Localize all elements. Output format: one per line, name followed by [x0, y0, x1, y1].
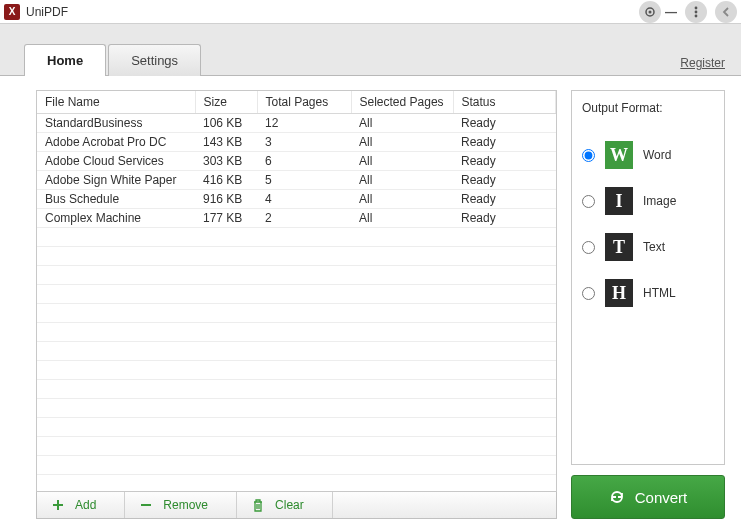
html-icon: H — [605, 279, 633, 307]
empty-row — [37, 380, 556, 399]
format-option-word[interactable]: W Word — [582, 141, 714, 169]
header-row: Home Settings Register — [0, 24, 741, 76]
svg-point-1 — [649, 10, 652, 13]
tab-settings[interactable]: Settings — [108, 44, 201, 76]
empty-row — [37, 228, 556, 247]
format-label-image: Image — [643, 194, 676, 208]
cell-selected: All — [351, 133, 453, 152]
format-radio-word[interactable] — [582, 149, 595, 162]
empty-row — [37, 418, 556, 437]
refresh-icon — [609, 489, 625, 505]
cell-name: Bus Schedule — [37, 190, 195, 209]
file-pane: File Name Size Total Pages Selected Page… — [36, 76, 557, 519]
format-label-html: HTML — [643, 286, 676, 300]
table-row[interactable]: Adobe Sign White Paper416 KB5AllReady — [37, 171, 556, 190]
trash-icon — [251, 498, 265, 512]
cell-status: Ready — [453, 152, 556, 171]
cell-name: Complex Machine — [37, 209, 195, 228]
cell-name: Adobe Sign White Paper — [37, 171, 195, 190]
cell-selected: All — [351, 152, 453, 171]
cell-pages: 12 — [257, 114, 351, 133]
cell-pages: 3 — [257, 133, 351, 152]
table-row[interactable]: Complex Machine177 KB2AllReady — [37, 209, 556, 228]
plus-icon — [51, 498, 65, 512]
format-option-text[interactable]: T Text — [582, 233, 714, 261]
format-radio-html[interactable] — [582, 287, 595, 300]
file-table: File Name Size Total Pages Selected Page… — [37, 91, 556, 492]
cell-size: 143 KB — [195, 133, 257, 152]
target-icon[interactable] — [639, 1, 661, 23]
tab-bar: Home Settings — [24, 44, 201, 76]
file-toolbar: Add Remove Clear — [36, 492, 557, 519]
add-label: Add — [75, 498, 96, 512]
col-selected-pages[interactable]: Selected Pages — [351, 91, 453, 114]
col-status[interactable]: Status — [453, 91, 556, 114]
empty-row — [37, 475, 556, 493]
convert-button[interactable]: Convert — [571, 475, 725, 519]
format-radio-text[interactable] — [582, 241, 595, 254]
app-title: UniPDF — [26, 5, 68, 19]
more-icon[interactable] — [685, 1, 707, 23]
content-area: File Name Size Total Pages Selected Page… — [0, 75, 741, 528]
col-filename[interactable]: File Name — [37, 91, 195, 114]
cell-status: Ready — [453, 209, 556, 228]
cell-pages: 4 — [257, 190, 351, 209]
cell-status: Ready — [453, 171, 556, 190]
clear-button[interactable]: Clear — [237, 492, 333, 518]
format-label-text: Text — [643, 240, 665, 254]
format-radio-image[interactable] — [582, 195, 595, 208]
empty-row — [37, 266, 556, 285]
cell-size: 303 KB — [195, 152, 257, 171]
empty-row — [37, 285, 556, 304]
cell-status: Ready — [453, 190, 556, 209]
cell-name: Adobe Acrobat Pro DC — [37, 133, 195, 152]
empty-row — [37, 361, 556, 380]
col-total-pages[interactable]: Total Pages — [257, 91, 351, 114]
col-size[interactable]: Size — [195, 91, 257, 114]
convert-label: Convert — [635, 489, 688, 506]
cell-size: 416 KB — [195, 171, 257, 190]
output-format-title: Output Format: — [582, 101, 714, 115]
table-row[interactable]: StandardBusiness106 KB12AllReady — [37, 114, 556, 133]
cell-selected: All — [351, 114, 453, 133]
add-button[interactable]: Add — [37, 492, 125, 518]
output-pane: Output Format: W Word I Image T Text H H… — [571, 76, 725, 519]
register-link[interactable]: Register — [680, 56, 725, 76]
word-icon: W — [605, 141, 633, 169]
image-icon: I — [605, 187, 633, 215]
empty-row — [37, 323, 556, 342]
format-option-html[interactable]: H HTML — [582, 279, 714, 307]
empty-row — [37, 247, 556, 266]
remove-label: Remove — [163, 498, 208, 512]
cell-name: StandardBusiness — [37, 114, 195, 133]
table-row[interactable]: Bus Schedule916 KB4AllReady — [37, 190, 556, 209]
cell-selected: All — [351, 190, 453, 209]
empty-row — [37, 342, 556, 361]
chevron-left-icon[interactable] — [715, 1, 737, 23]
app-logo: X — [4, 4, 20, 20]
cell-status: Ready — [453, 133, 556, 152]
format-option-image[interactable]: I Image — [582, 187, 714, 215]
cell-size: 106 KB — [195, 114, 257, 133]
tab-home[interactable]: Home — [24, 44, 106, 76]
empty-row — [37, 399, 556, 418]
cell-selected: All — [351, 171, 453, 190]
cell-pages: 2 — [257, 209, 351, 228]
remove-button[interactable]: Remove — [125, 492, 237, 518]
table-header-row: File Name Size Total Pages Selected Page… — [37, 91, 556, 114]
table-row[interactable]: Adobe Acrobat Pro DC143 KB3AllReady — [37, 133, 556, 152]
cell-selected: All — [351, 209, 453, 228]
cell-name: Adobe Cloud Services — [37, 152, 195, 171]
cell-pages: 6 — [257, 152, 351, 171]
empty-row — [37, 437, 556, 456]
svg-point-2 — [695, 6, 698, 9]
cell-size: 177 KB — [195, 209, 257, 228]
cell-pages: 5 — [257, 171, 351, 190]
title-bar: X UniPDF — — [0, 0, 741, 24]
format-label-word: Word — [643, 148, 671, 162]
empty-row — [37, 456, 556, 475]
minimize-icon[interactable]: — — [665, 11, 677, 13]
table-row[interactable]: Adobe Cloud Services303 KB6AllReady — [37, 152, 556, 171]
clear-label: Clear — [275, 498, 304, 512]
svg-point-4 — [695, 14, 698, 17]
